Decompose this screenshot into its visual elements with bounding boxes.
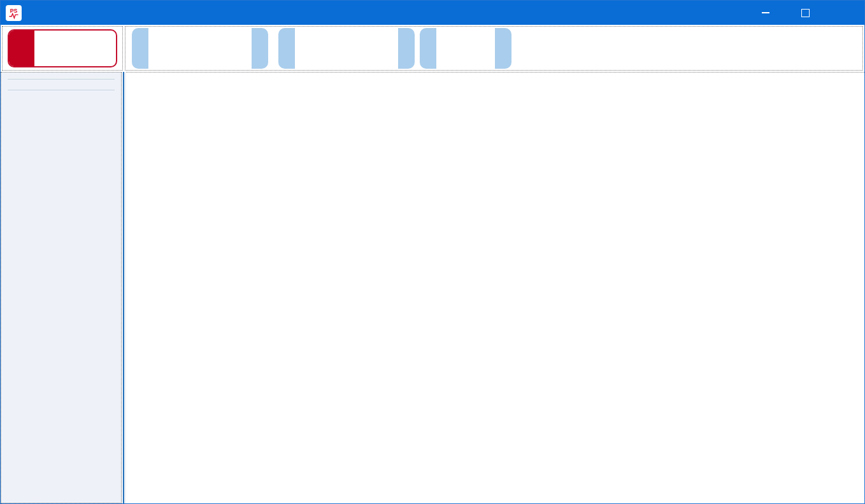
capture-control-group <box>2 26 123 71</box>
trigger-decrease-button[interactable] <box>278 28 295 69</box>
timebase-increase-button[interactable] <box>252 28 268 69</box>
waveform-selector[interactable] <box>436 28 495 69</box>
scope-view <box>126 72 864 503</box>
scope-canvas[interactable] <box>126 73 865 504</box>
stop-label <box>34 31 116 66</box>
stop-start-button[interactable] <box>8 29 117 67</box>
waveform-previous-button[interactable] <box>420 28 436 69</box>
app-logo-icon: PS <box>6 5 22 21</box>
sidebar-splitter[interactable] <box>122 72 126 503</box>
sidebar-divider <box>8 79 115 80</box>
timebase-decrease-button[interactable] <box>132 28 148 69</box>
window-controls <box>746 1 864 25</box>
sidebar-bottom-divider <box>8 90 115 90</box>
waveform-next-button[interactable] <box>495 28 511 69</box>
titlebar: PS <box>1 1 864 25</box>
scope-timebase-card <box>132 28 268 69</box>
app-window: PS <box>0 0 865 504</box>
content <box>1 72 864 503</box>
minimize-icon <box>762 12 769 13</box>
close-button[interactable] <box>825 1 864 25</box>
sidebar <box>1 72 122 503</box>
waveform-card <box>420 28 511 69</box>
maximize-icon <box>801 9 810 17</box>
minimize-button[interactable] <box>746 1 785 25</box>
trigger-card <box>278 28 415 69</box>
toolbar-main-group <box>125 26 863 71</box>
trigger-settings[interactable] <box>295 28 398 69</box>
maximize-button[interactable] <box>785 1 825 25</box>
toolbar <box>1 25 864 72</box>
stop-indicator <box>9 31 34 66</box>
scope-settings[interactable] <box>148 28 252 69</box>
svg-text:PS: PS <box>10 7 18 13</box>
trigger-increase-button[interactable] <box>398 28 415 69</box>
